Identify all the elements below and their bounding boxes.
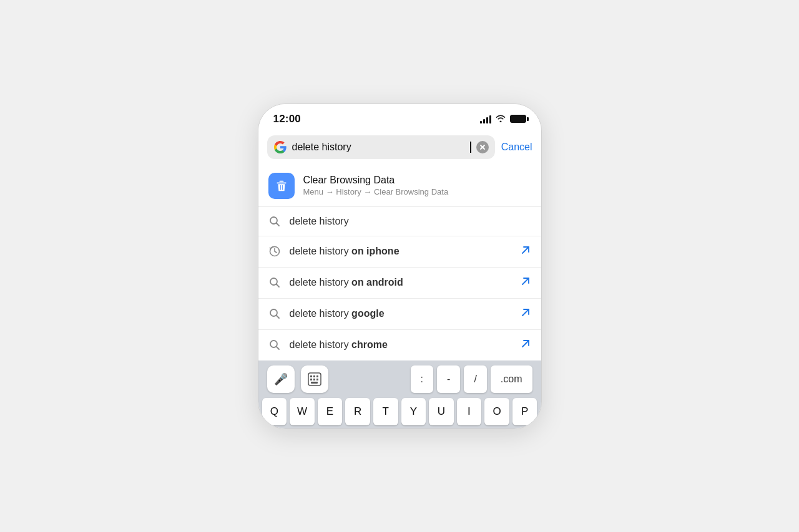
search-icon [268,215,281,228]
fill-search-arrow-icon[interactable] [520,244,531,259]
svg-line-6 [522,247,529,253]
svg-rect-21 [313,379,315,380]
action-item-subtitle: Menu → History → Clear Browsing Data [303,187,449,196]
key-w[interactable]: W [290,398,315,425]
search-bar-row: delete history Cancel [258,130,541,165]
fill-search-arrow-icon[interactable] [520,307,531,321]
svg-line-9 [522,278,529,284]
keyboard-special-keys: : - / .com [335,365,532,393]
suggestion-row[interactable]: delete history chrome [258,330,541,360]
key-o[interactable]: O [484,398,509,425]
svg-line-15 [522,341,529,347]
keyboard: 🎤 : - / .com QWERTYUIOP [258,360,541,428]
trash-icon [275,179,288,193]
key-p[interactable]: P [512,398,537,425]
suggestions-list: Clear Browsing Data Menu → History → Cle… [258,165,541,360]
slash-key[interactable]: / [464,365,486,393]
svg-rect-19 [316,375,318,377]
svg-line-3 [276,223,279,226]
battery-icon [510,115,526,123]
clear-button[interactable] [476,141,489,153]
action-item-text: Clear Browsing Data Menu → History → Cle… [303,175,449,196]
dotcom-key[interactable]: .com [491,365,532,393]
svg-line-8 [276,284,279,288]
microphone-button[interactable]: 🎤 [267,365,295,393]
signal-icon [480,115,491,123]
svg-rect-18 [313,375,315,377]
phone-frame: 12:00 [258,104,542,429]
search-icon [268,307,281,320]
action-item-title: Clear Browsing Data [303,175,449,186]
svg-rect-22 [316,379,318,380]
svg-line-14 [276,347,279,350]
key-i[interactable]: I [457,398,482,425]
status-time: 12:00 [273,113,301,125]
search-icon [268,276,281,289]
keyboard-row-1: QWERTYUIOP [258,398,541,428]
key-r[interactable]: R [345,398,370,425]
status-bar: 12:00 [258,104,541,130]
search-input[interactable]: delete history [292,141,465,153]
action-item-clear-browsing[interactable]: Clear Browsing Data Menu → History → Cle… [258,165,541,207]
svg-rect-17 [310,375,312,377]
suggestion-text: delete history on iphone [290,246,511,257]
status-icons [480,114,526,124]
key-y[interactable]: Y [401,398,426,425]
search-box[interactable]: delete history [267,135,495,159]
suggestion-row[interactable]: delete history google [258,299,541,330]
key-e[interactable]: E [318,398,343,425]
suggestion-text: delete history on android [290,277,511,288]
fill-search-arrow-icon[interactable] [520,338,531,352]
cancel-button[interactable]: Cancel [501,142,532,153]
keyboard-layout-button[interactable] [301,365,328,393]
search-icon [268,339,281,351]
svg-line-11 [276,316,279,319]
svg-line-12 [522,309,529,316]
suggestion-row[interactable]: delete history on android [258,268,541,299]
suggestion-text: delete history chrome [290,339,511,351]
svg-rect-23 [311,382,318,384]
text-cursor [470,142,471,153]
key-u[interactable]: U [429,398,454,425]
svg-rect-20 [310,379,312,380]
suggestion-row[interactable]: delete history [258,207,541,236]
action-item-icon [268,173,295,199]
dash-key[interactable]: - [437,365,460,393]
colon-key[interactable]: : [411,365,433,393]
wifi-icon [496,114,506,124]
history-icon [268,245,281,258]
google-logo [273,140,287,154]
keyboard-toolbar: 🎤 : - / .com [258,360,541,398]
fill-search-arrow-icon[interactable] [520,276,531,290]
suggestion-text: delete history google [290,308,511,319]
key-t[interactable]: T [373,398,398,425]
key-q[interactable]: Q [262,398,287,425]
suggestion-text: delete history [290,216,531,227]
suggestion-row[interactable]: delete history on iphone [258,236,541,268]
